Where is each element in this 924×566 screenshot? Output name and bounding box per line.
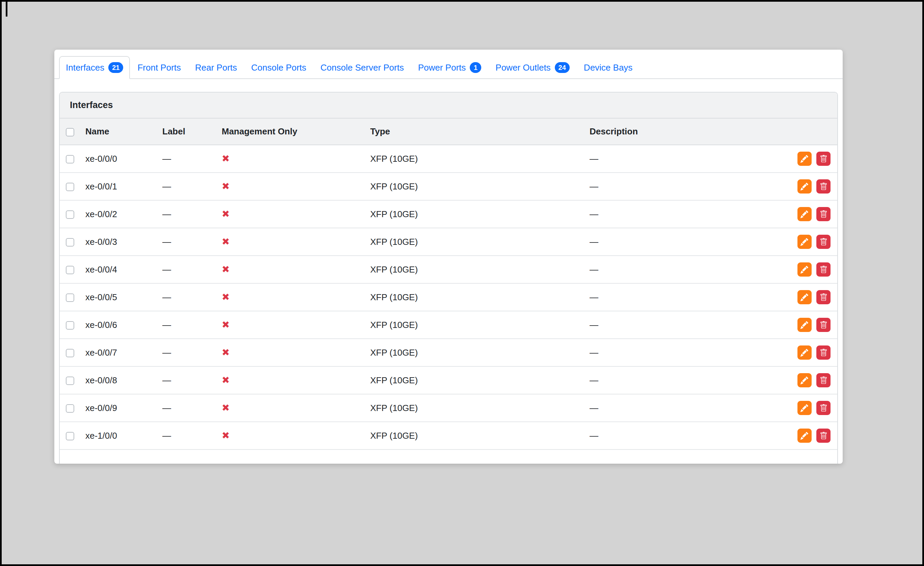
interface-description: — <box>590 283 794 311</box>
delete-button[interactable] <box>816 345 831 360</box>
interface-row: xe-0/0/6 — ✖ XFP (10GE) — <box>60 311 837 339</box>
interface-description: — <box>590 145 794 173</box>
edit-button[interactable] <box>798 179 812 194</box>
delete-button[interactable] <box>816 429 831 443</box>
delete-button[interactable] <box>816 290 831 304</box>
edit-button[interactable] <box>798 235 812 249</box>
interface-description: — <box>590 228 794 256</box>
tab-device-bays[interactable]: Device Bays <box>577 56 639 79</box>
interface-name: xe-1/0/0 <box>86 422 162 450</box>
interface-label: — <box>162 394 222 422</box>
interface-description: — <box>590 311 794 339</box>
interfaces-table-body: xe-0/0/0 — ✖ XFP (10GE) — xe-0/0/1 <box>60 145 837 450</box>
interface-name: xe-0/0/7 <box>86 339 162 366</box>
pencil-icon <box>801 321 808 329</box>
tab-console-server-ports[interactable]: Console Server Ports <box>314 56 411 79</box>
management-only-false-icon: ✖ <box>222 403 230 413</box>
interface-row: xe-0/0/1 — ✖ XFP (10GE) — <box>60 173 837 200</box>
delete-button[interactable] <box>816 152 831 166</box>
management-only-false-icon: ✖ <box>222 319 230 330</box>
row-checkbox[interactable] <box>66 155 74 163</box>
row-checkbox[interactable] <box>66 404 74 413</box>
interface-type: XFP (10GE) <box>370 422 590 450</box>
pencil-icon <box>801 183 808 190</box>
tab-front-ports[interactable]: Front Ports <box>130 56 188 79</box>
tab-label: Console Server Ports <box>321 62 404 73</box>
tab-count-badge: 24 <box>555 62 570 73</box>
management-only-false-icon: ✖ <box>222 292 230 302</box>
delete-button[interactable] <box>816 235 831 249</box>
row-checkbox[interactable] <box>66 432 74 440</box>
interface-description: — <box>590 394 794 422</box>
column-header-actions <box>794 119 837 145</box>
delete-button[interactable] <box>816 262 831 277</box>
edit-button[interactable] <box>798 290 812 304</box>
tab-power-outlets[interactable]: Power Outlets 24 <box>489 56 576 79</box>
interface-label: — <box>162 256 222 283</box>
trash-icon <box>820 376 828 384</box>
interface-type: XFP (10GE) <box>370 145 590 173</box>
interface-label: — <box>162 366 222 394</box>
tab-count-badge: 1 <box>470 62 481 73</box>
row-checkbox[interactable] <box>66 321 74 330</box>
row-checkbox[interactable] <box>66 211 74 219</box>
row-checkbox[interactable] <box>66 238 74 247</box>
management-only-false-icon: ✖ <box>222 430 230 441</box>
pencil-icon <box>801 294 808 301</box>
interface-row: xe-0/0/3 — ✖ XFP (10GE) — <box>60 228 837 256</box>
tab-interfaces[interactable]: Interfaces 21 <box>59 56 130 79</box>
tab-rear-ports[interactable]: Rear Ports <box>188 56 244 79</box>
tab-bar: Interfaces 21 Front Ports Rear Ports Con… <box>54 50 843 79</box>
delete-button[interactable] <box>816 401 831 415</box>
delete-button[interactable] <box>816 179 831 194</box>
interface-label: — <box>162 283 222 311</box>
interface-type: XFP (10GE) <box>370 200 590 228</box>
row-checkbox[interactable] <box>66 266 74 274</box>
delete-button[interactable] <box>816 373 831 387</box>
edit-button[interactable] <box>798 345 812 360</box>
interface-description: — <box>590 200 794 228</box>
interface-description: — <box>590 422 794 450</box>
interface-name: xe-0/0/6 <box>86 311 162 339</box>
row-checkbox[interactable] <box>66 376 74 385</box>
interface-description: — <box>590 339 794 366</box>
management-only-false-icon: ✖ <box>222 375 230 385</box>
interface-type: XFP (10GE) <box>370 394 590 422</box>
select-all-checkbox[interactable] <box>66 128 74 137</box>
tab-power-ports[interactable]: Power Ports 1 <box>411 56 488 79</box>
edit-button[interactable] <box>798 429 812 443</box>
pencil-icon <box>801 349 808 357</box>
pencil-icon <box>801 376 808 384</box>
interface-row: xe-0/0/2 — ✖ XFP (10GE) — <box>60 200 837 228</box>
interface-label: — <box>162 422 222 450</box>
panel-title: Interfaces <box>60 93 837 119</box>
interface-label: — <box>162 173 222 200</box>
interface-type: XFP (10GE) <box>370 256 590 283</box>
edit-button[interactable] <box>798 262 812 277</box>
row-checkbox[interactable] <box>66 349 74 357</box>
tab-console-ports[interactable]: Console Ports <box>244 56 313 79</box>
edit-button[interactable] <box>798 152 812 166</box>
edit-button[interactable] <box>798 401 812 415</box>
row-checkbox[interactable] <box>66 183 74 191</box>
interface-label: — <box>162 311 222 339</box>
tab-label: Power Ports <box>418 62 466 73</box>
tab-label: Device Bays <box>584 62 633 73</box>
frame-artifact <box>6 2 8 17</box>
row-checkbox[interactable] <box>66 294 74 302</box>
interface-row: xe-0/0/9 — ✖ XFP (10GE) — <box>60 394 837 422</box>
interface-label: — <box>162 145 222 173</box>
edit-button[interactable] <box>798 318 812 332</box>
trash-icon <box>820 294 828 301</box>
interface-row: xe-0/0/5 — ✖ XFP (10GE) — <box>60 283 837 311</box>
pencil-icon <box>801 238 808 246</box>
interface-name: xe-0/0/4 <box>86 256 162 283</box>
delete-button[interactable] <box>816 207 831 221</box>
trash-icon <box>820 238 828 246</box>
edit-button[interactable] <box>798 373 812 387</box>
interfaces-panel: Interfaces Name Label Management Onl <box>59 92 838 464</box>
interface-name: xe-0/0/3 <box>86 228 162 256</box>
edit-button[interactable] <box>798 207 812 221</box>
delete-button[interactable] <box>816 318 831 332</box>
pencil-icon <box>801 266 808 274</box>
